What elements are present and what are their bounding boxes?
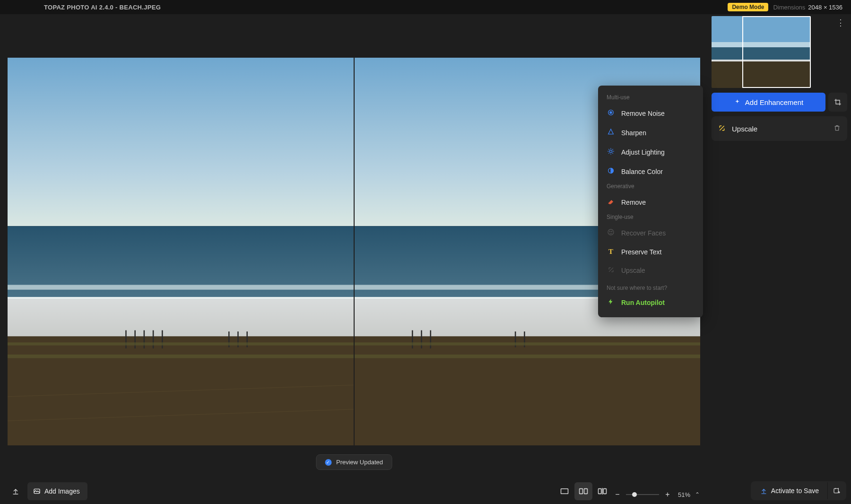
window-title: TOPAZ PHOTO AI 2.4.0 - BEACH.JPEG	[44, 4, 161, 11]
add-images-label: Add Images	[44, 487, 80, 495]
svg-rect-17	[8, 355, 354, 358]
trash-icon	[834, 124, 841, 131]
more-menu-button[interactable]: ⋮	[834, 16, 847, 29]
images-icon	[33, 487, 41, 495]
zoom-percent: 51%	[678, 491, 690, 498]
add-enhancement-button[interactable]: Add Enhancement	[712, 93, 825, 112]
svg-rect-31	[355, 342, 701, 345]
zoom-chevron-up-icon[interactable]: ⌃	[695, 491, 700, 498]
demo-mode-badge: Demo Mode	[728, 3, 768, 11]
eraser-icon	[607, 198, 615, 207]
svg-point-47	[610, 112, 612, 113]
section-multi-use: Multi-use	[598, 92, 703, 104]
dimensions-value: 2048 × 1536	[808, 4, 842, 11]
dimensions-label: Dimensions	[773, 4, 805, 11]
menu-preserve-text[interactable]: T Preserve Text	[598, 243, 703, 261]
activate-save-label: Activate to Save	[771, 487, 819, 495]
svg-rect-37	[599, 489, 601, 494]
section-generative: Generative	[598, 181, 703, 192]
menu-run-autopilot[interactable]: Run Autopilot	[598, 293, 703, 312]
zoom-slider-thumb[interactable]	[632, 492, 637, 497]
sharpen-icon	[607, 128, 615, 137]
svg-point-48	[609, 150, 612, 152]
menu-upscale-label: Upscale	[621, 267, 645, 274]
sparkle-icon	[734, 99, 741, 106]
menu-recover-faces: Recover Faces	[598, 223, 703, 243]
svg-rect-35	[580, 489, 583, 494]
menu-preserve-text-label: Preserve Text	[621, 248, 661, 256]
view-split-button[interactable]	[593, 482, 611, 500]
menu-balance-color[interactable]: Balance Color	[598, 162, 703, 181]
svg-rect-40	[834, 488, 838, 493]
upload-icon	[760, 487, 767, 495]
menu-adjust-lighting[interactable]: Adjust Lighting	[598, 142, 703, 162]
svg-rect-25	[355, 336, 701, 445]
zoom-slider[interactable]	[626, 494, 659, 495]
view-single-button[interactable]	[556, 482, 573, 500]
lighting-icon	[607, 148, 615, 156]
applied-upscale-label: Upscale	[732, 125, 827, 133]
enhancement-menu: Multi-use Remove Noise Sharpen Adjust Li…	[598, 86, 703, 317]
balance-color-icon	[607, 167, 615, 176]
svg-rect-16	[8, 342, 354, 345]
svg-rect-0	[8, 58, 354, 226]
menu-remove-noise-label: Remove Noise	[621, 110, 665, 117]
svg-rect-45	[712, 61, 811, 88]
image-compare-pane[interactable]	[8, 58, 700, 445]
activate-save-button[interactable]: Activate to Save	[752, 483, 827, 498]
menu-recover-faces-label: Recover Faces	[621, 229, 666, 237]
svg-rect-43	[712, 47, 811, 61]
menu-sharpen-label: Sharpen	[621, 129, 646, 137]
text-icon: T	[607, 248, 615, 256]
applied-upscale-card[interactable]: Upscale	[712, 116, 847, 141]
crop-button[interactable]	[828, 93, 847, 112]
preview-status-text: Preview Updated	[336, 459, 383, 466]
image-before	[8, 58, 354, 445]
section-single-use: Single-use	[598, 212, 703, 223]
svg-rect-38	[603, 489, 606, 494]
upscale-icon	[718, 124, 726, 133]
menu-adjust-lighting-label: Adjust Lighting	[621, 148, 665, 156]
export-settings-button[interactable]	[827, 482, 845, 499]
zoom-in-button[interactable]: +	[662, 489, 673, 500]
denoise-icon	[607, 109, 615, 118]
svg-rect-32	[355, 355, 701, 358]
bolt-icon	[607, 298, 615, 306]
zoom-out-button[interactable]: −	[612, 489, 623, 500]
upscale-icon	[607, 266, 615, 275]
menu-remove-label: Remove	[621, 199, 646, 206]
svg-point-51	[609, 231, 610, 232]
check-icon: ✓	[325, 459, 331, 466]
menu-remove[interactable]: Remove	[598, 192, 703, 212]
menu-sharpen[interactable]: Sharpen	[598, 123, 703, 142]
svg-rect-3	[8, 285, 354, 289]
svg-point-52	[611, 231, 612, 232]
view-side-by-side-button[interactable]	[574, 482, 592, 500]
menu-balance-color-label: Balance Color	[621, 168, 663, 175]
menu-run-autopilot-label: Run Autopilot	[621, 299, 665, 306]
autopilot-hint: Not sure where to start?	[598, 280, 703, 293]
preview-status-pill: ✓ Preview Updated	[316, 454, 392, 470]
preview-thumbnail[interactable]	[712, 16, 811, 88]
svg-point-50	[608, 229, 614, 235]
add-images-button[interactable]: Add Images	[27, 482, 87, 500]
menu-remove-noise[interactable]: Remove Noise	[598, 104, 703, 123]
upload-button[interactable]	[7, 482, 25, 500]
face-icon	[607, 228, 615, 237]
crop-icon	[834, 98, 842, 106]
svg-rect-34	[561, 489, 568, 494]
menu-upscale: Upscale	[598, 261, 703, 280]
delete-enhancement-button[interactable]	[834, 124, 841, 133]
svg-rect-36	[584, 489, 588, 494]
add-enhancement-label: Add Enhancement	[745, 98, 803, 106]
